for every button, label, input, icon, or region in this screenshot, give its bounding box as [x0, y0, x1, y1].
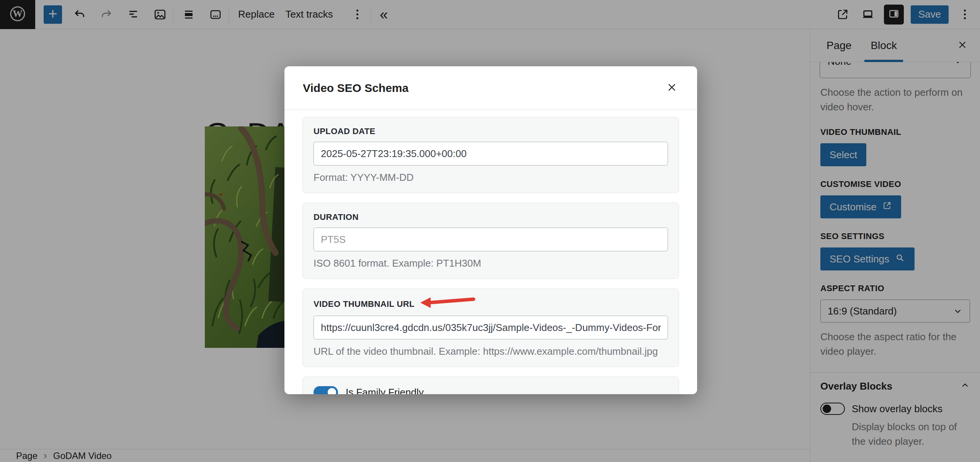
modal-header: Video SEO Schema — [284, 66, 697, 110]
modal-body: UPLOAD DATE Format: YYYY-MM-DD DURATION … — [284, 110, 697, 394]
upload-date-label: UPLOAD DATE — [314, 126, 376, 136]
red-annotation-arrow-icon — [419, 295, 477, 310]
video-thumbnail-url-input[interactable] — [314, 316, 668, 339]
family-friendly-toggle[interactable] — [314, 386, 338, 394]
video-seo-schema-modal: Video SEO Schema UPLOAD DATE Format: YYY… — [284, 66, 697, 394]
duration-section: DURATION ISO 8601 format. Example: PT1H3… — [302, 203, 679, 279]
close-icon — [666, 82, 678, 94]
upload-date-section: UPLOAD DATE Format: YYYY-MM-DD — [302, 117, 679, 193]
duration-help: ISO 8601 format. Example: PT1H30M — [314, 257, 668, 269]
video-thumbnail-url-section: VIDEO THUMBNAIL URL URL of the video thu… — [302, 288, 679, 367]
video-thumbnail-url-help: URL of the video thumbnail. Example: htt… — [314, 346, 668, 357]
duration-input[interactable] — [314, 228, 668, 251]
modal-title: Video SEO Schema — [303, 82, 408, 95]
family-friendly-section: Is Family Friendly Is the video suitable… — [302, 377, 679, 394]
family-friendly-label: Is Family Friendly — [346, 385, 514, 394]
upload-date-input[interactable] — [314, 142, 668, 165]
video-thumbnail-url-label: VIDEO THUMBNAIL URL — [314, 299, 415, 309]
close-modal-button[interactable] — [663, 79, 681, 97]
duration-label: DURATION — [314, 212, 359, 222]
upload-date-help: Format: YYYY-MM-DD — [314, 172, 668, 183]
wordpress-editor-screen: W — [0, 0, 980, 462]
